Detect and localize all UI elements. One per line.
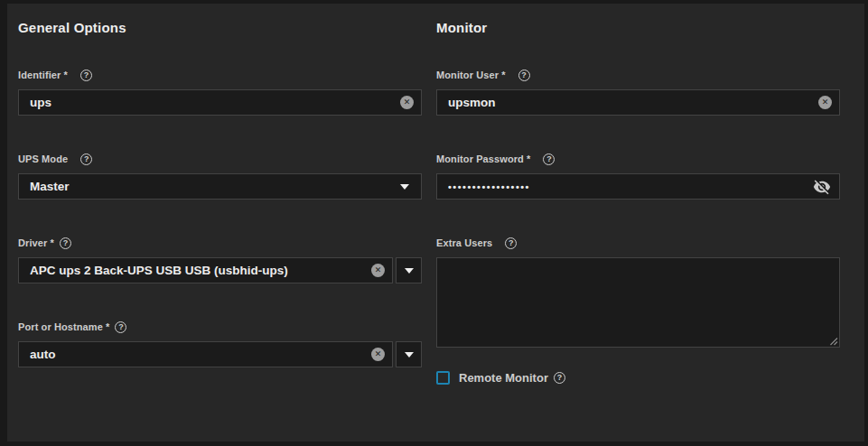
chevron-down-icon xyxy=(405,268,414,274)
remote-monitor-row: Remote Monitor ? xyxy=(436,371,840,385)
general-options-column: General Options Identifier * ? ✕ UPS Mod… xyxy=(18,20,422,404)
visibility-off-icon[interactable] xyxy=(812,178,832,196)
driver-combo-row: ✕ xyxy=(18,257,422,283)
extra-users-field-group: Extra Users ? xyxy=(436,237,840,348)
help-icon[interactable]: ? xyxy=(543,153,555,165)
identifier-label-row: Identifier * ? xyxy=(18,69,422,81)
identifier-input[interactable] xyxy=(30,96,393,109)
monitor-password-field-group: Monitor Password * ? xyxy=(436,153,840,200)
port-label-row: Port or Hostname * ? xyxy=(18,321,422,333)
help-icon[interactable]: ? xyxy=(115,321,126,333)
driver-input[interactable] xyxy=(30,264,364,277)
help-icon[interactable]: ? xyxy=(505,237,517,249)
monitor-user-label-row: Monitor User * ? xyxy=(436,69,840,81)
settings-form: General Options Identifier * ? ✕ UPS Mod… xyxy=(7,4,864,404)
help-icon[interactable]: ? xyxy=(554,372,565,384)
clear-icon[interactable]: ✕ xyxy=(818,96,832,109)
extra-users-textarea-wrap xyxy=(436,257,840,348)
port-field-group: Port or Hostname * ? ✕ xyxy=(18,321,422,367)
driver-label-row: Driver * ? xyxy=(18,237,422,249)
general-options-title: General Options xyxy=(18,20,422,36)
ups-mode-select[interactable]: Master xyxy=(18,173,422,200)
resize-handle[interactable] xyxy=(829,337,838,346)
monitor-user-field-group: Monitor User * ? ✕ xyxy=(436,69,840,116)
clear-icon[interactable]: ✕ xyxy=(371,264,385,277)
monitor-user-input[interactable] xyxy=(448,96,811,109)
help-icon[interactable]: ? xyxy=(80,70,92,81)
identifier-field-group: Identifier * ? ✕ xyxy=(18,69,422,116)
chevron-down-icon xyxy=(400,184,409,190)
port-combo-row: ✕ xyxy=(18,341,422,367)
extra-users-label-row: Extra Users ? xyxy=(436,237,840,249)
monitor-password-input[interactable] xyxy=(448,181,805,192)
remote-monitor-label[interactable]: Remote Monitor xyxy=(459,371,548,385)
monitor-title: Monitor xyxy=(436,20,840,36)
help-icon[interactable]: ? xyxy=(80,153,92,165)
clear-icon[interactable]: ✕ xyxy=(400,96,414,109)
remote-monitor-checkbox[interactable] xyxy=(436,371,450,385)
port-dropdown-button[interactable] xyxy=(396,341,422,367)
port-input[interactable] xyxy=(30,348,364,361)
help-icon[interactable]: ? xyxy=(60,237,71,249)
driver-dropdown-button[interactable] xyxy=(396,257,422,283)
monitor-password-input-wrap xyxy=(436,173,840,200)
ups-settings-panel: General Options Identifier * ? ✕ UPS Mod… xyxy=(7,4,864,441)
ups-mode-field-group: UPS Mode ? Master xyxy=(18,153,422,200)
identifier-input-wrap: ✕ xyxy=(18,89,422,116)
identifier-label: Identifier * xyxy=(18,70,68,80)
monitor-user-label: Monitor User * xyxy=(436,70,506,80)
ups-mode-label-row: UPS Mode ? xyxy=(18,153,422,165)
ups-mode-label: UPS Mode xyxy=(18,153,68,164)
chevron-down-icon xyxy=(405,352,414,358)
driver-field-group: Driver * ? ✕ xyxy=(18,237,422,283)
port-label: Port or Hostname * xyxy=(18,321,109,332)
clear-icon[interactable]: ✕ xyxy=(371,348,385,361)
ups-mode-selected-value: Master xyxy=(30,180,70,193)
extra-users-label: Extra Users xyxy=(436,237,492,248)
port-input-wrap: ✕ xyxy=(18,341,393,367)
monitor-column: Monitor Monitor User * ? ✕ Monitor Passw… xyxy=(436,20,840,404)
monitor-password-label: Monitor Password * xyxy=(436,153,530,164)
driver-label: Driver * xyxy=(18,237,54,248)
monitor-password-label-row: Monitor Password * ? xyxy=(436,153,840,165)
monitor-user-input-wrap: ✕ xyxy=(436,89,840,116)
extra-users-textarea[interactable] xyxy=(436,257,840,348)
driver-input-wrap: ✕ xyxy=(18,257,393,283)
help-icon[interactable]: ? xyxy=(518,70,530,81)
